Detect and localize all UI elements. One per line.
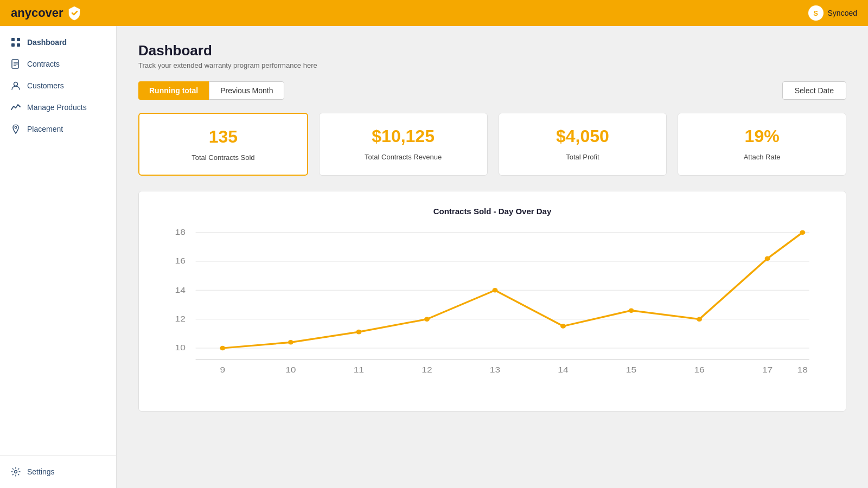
sidebar-item-settings[interactable]: Settings bbox=[0, 461, 116, 483]
topbar: anycover S Syncoed bbox=[0, 0, 868, 26]
logo-text: anycover bbox=[11, 6, 63, 20]
avatar: S bbox=[808, 5, 824, 21]
sidebar-bottom: Settings bbox=[0, 455, 116, 483]
sidebar: Dashboard Contracts Customers Manage Pro… bbox=[0, 26, 117, 488]
sidebar-item-customers[interactable]: Customers bbox=[0, 75, 116, 97]
sidebar-item-label: Manage Products bbox=[27, 103, 87, 112]
previous-month-button[interactable]: Previous Month bbox=[209, 81, 284, 100]
svg-point-9 bbox=[15, 126, 17, 129]
sidebar-item-label: Contracts bbox=[27, 60, 60, 68]
main-content: Dashboard Track your extended warranty p… bbox=[117, 26, 868, 488]
chart-area: 18 16 14 12 10 9 10 11 12 13 14 15 16 17 bbox=[155, 227, 829, 400]
select-date-button[interactable]: Select Date bbox=[782, 81, 846, 100]
user-menu[interactable]: S Syncoed bbox=[808, 5, 857, 21]
sidebar-item-contracts[interactable]: Contracts bbox=[0, 53, 116, 75]
chart-point bbox=[493, 288, 498, 293]
page-subtitle: Track your extended warranty program per… bbox=[138, 61, 846, 69]
svg-rect-2 bbox=[11, 43, 15, 47]
svg-text:14: 14 bbox=[175, 285, 186, 294]
placement-icon bbox=[11, 124, 21, 134]
dashboard-icon bbox=[11, 37, 21, 47]
logo-shield-icon bbox=[67, 5, 82, 21]
svg-text:10: 10 bbox=[175, 343, 186, 352]
sidebar-item-manage-products[interactable]: Manage Products bbox=[0, 97, 116, 118]
chart-point bbox=[288, 340, 293, 345]
svg-text:10: 10 bbox=[285, 365, 296, 374]
svg-point-8 bbox=[14, 82, 18, 86]
svg-text:12: 12 bbox=[422, 365, 432, 374]
stat-value: 19% bbox=[745, 126, 780, 146]
logo[interactable]: anycover bbox=[11, 5, 82, 21]
svg-text:16: 16 bbox=[175, 256, 186, 265]
stats-row: 135 Total Contracts Sold $10,125 Total C… bbox=[138, 113, 846, 176]
contracts-icon bbox=[11, 59, 21, 69]
svg-text:9: 9 bbox=[220, 365, 225, 374]
svg-point-10 bbox=[15, 471, 17, 473]
stat-value: 135 bbox=[209, 127, 238, 147]
chart-card: Contracts Sold - Day Over Day 18 16 14 1… bbox=[138, 191, 846, 412]
stat-label: Attach Rate bbox=[744, 153, 781, 161]
chart-point bbox=[356, 330, 361, 335]
svg-text:18: 18 bbox=[797, 365, 808, 374]
running-total-button[interactable]: Running total bbox=[138, 81, 209, 100]
chart-point bbox=[560, 324, 566, 329]
chart-title: Contracts Sold - Day Over Day bbox=[155, 207, 829, 216]
svg-rect-0 bbox=[11, 38, 15, 41]
stat-value: $4,050 bbox=[556, 126, 609, 146]
stat-value: $10,125 bbox=[372, 126, 435, 146]
chart-point bbox=[800, 230, 805, 235]
filter-period: Running total Previous Month bbox=[138, 81, 284, 100]
svg-text:11: 11 bbox=[354, 365, 364, 374]
stat-card-contracts-revenue: $10,125 Total Contracts Revenue bbox=[319, 113, 488, 176]
svg-text:17: 17 bbox=[762, 365, 773, 374]
svg-text:15: 15 bbox=[626, 365, 636, 374]
stat-label: Total Profit bbox=[566, 153, 599, 161]
svg-rect-3 bbox=[17, 43, 20, 47]
sidebar-item-label: Customers bbox=[27, 81, 64, 90]
manage-products-icon bbox=[11, 102, 21, 112]
stat-card-contracts-sold: 135 Total Contracts Sold bbox=[138, 113, 308, 176]
stat-label: Total Contracts Revenue bbox=[365, 153, 442, 161]
svg-text:16: 16 bbox=[694, 365, 704, 374]
user-name: Syncoed bbox=[828, 9, 857, 17]
sidebar-item-label: Settings bbox=[27, 467, 55, 476]
stat-label: Total Contracts Sold bbox=[192, 153, 254, 162]
chart-point bbox=[424, 317, 430, 322]
chart-point bbox=[629, 308, 634, 313]
svg-rect-1 bbox=[17, 38, 20, 41]
layout: Dashboard Contracts Customers Manage Pro… bbox=[0, 26, 868, 488]
svg-text:18: 18 bbox=[175, 227, 186, 236]
customers-icon bbox=[11, 81, 21, 91]
filter-bar: Running total Previous Month Select Date bbox=[138, 81, 846, 100]
chart-point bbox=[765, 256, 770, 261]
stat-card-attach-rate: 19% Attach Rate bbox=[678, 113, 846, 176]
svg-text:13: 13 bbox=[490, 365, 500, 374]
page-title: Dashboard bbox=[138, 42, 846, 59]
sidebar-item-dashboard[interactable]: Dashboard bbox=[0, 31, 116, 53]
svg-text:14: 14 bbox=[558, 365, 568, 374]
stat-card-total-profit: $4,050 Total Profit bbox=[499, 113, 667, 176]
chart-point bbox=[697, 317, 702, 322]
line-chart: 18 16 14 12 10 9 10 11 12 13 14 15 16 17 bbox=[155, 227, 829, 400]
chart-point bbox=[220, 346, 225, 351]
sidebar-item-placement[interactable]: Placement bbox=[0, 118, 116, 140]
svg-text:12: 12 bbox=[175, 314, 186, 323]
sidebar-item-label: Dashboard bbox=[27, 38, 67, 47]
settings-icon bbox=[11, 467, 21, 477]
sidebar-item-label: Placement bbox=[27, 125, 63, 133]
